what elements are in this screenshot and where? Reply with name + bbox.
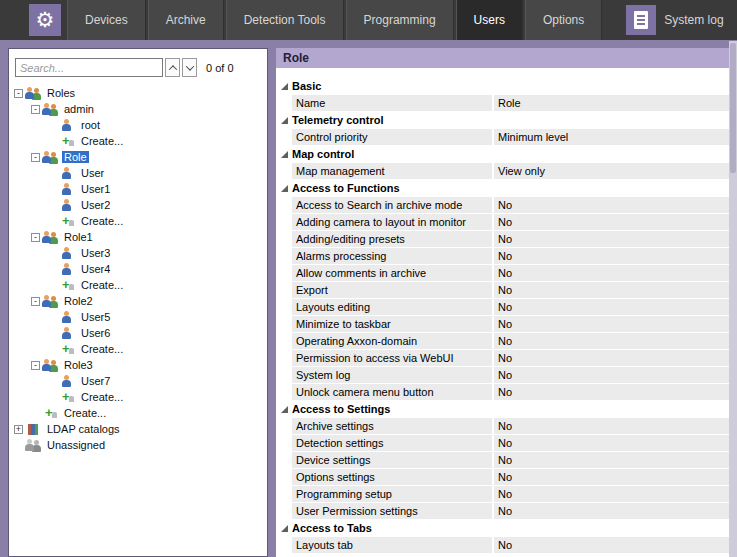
property-row-access-to-search-in-archive-mode: Access to Search in archive mode No (276, 197, 729, 213)
expand-triangle-icon (281, 83, 288, 90)
section-map-control[interactable]: Map control (276, 146, 729, 162)
create-icon (60, 215, 75, 228)
tab-detection-tools[interactable]: Detection Tools (226, 0, 344, 40)
search-next-button[interactable] (182, 58, 197, 77)
person-icon (60, 327, 75, 340)
tree-item-user1[interactable]: User1 (9, 181, 267, 197)
catalog-icon (26, 423, 41, 436)
tree-item-role[interactable]: - Role (9, 149, 267, 165)
property-value[interactable]: Role (494, 95, 729, 111)
property-label: Minimize to taskbar (292, 316, 492, 332)
section-access-to-functions[interactable]: Access to Functions (276, 180, 729, 196)
property-value[interactable]: Minimum level (494, 129, 729, 145)
create-icon (60, 343, 75, 356)
tree-item-create[interactable]: Create... (9, 277, 267, 293)
property-label: Name (292, 95, 492, 111)
property-label: Unlock camera menu button (292, 384, 492, 400)
tree-item-unassigned[interactable]: Unassigned (9, 437, 267, 453)
property-value[interactable]: No (494, 486, 729, 502)
tree-item-create[interactable]: Create... (9, 405, 267, 421)
person-icon (60, 167, 75, 180)
people-icon (43, 151, 58, 164)
tree-expander-icon[interactable]: - (31, 233, 40, 242)
tree-item-user7[interactable]: User7 (9, 373, 267, 389)
section-telemetry-control[interactable]: Telemetry control (276, 112, 729, 128)
property-value[interactable]: No (494, 350, 729, 366)
property-value[interactable]: No (494, 418, 729, 434)
top-toolbar: ⚙ DevicesArchiveDetection ToolsProgrammi… (0, 0, 737, 40)
vertical-scrollbar[interactable] (729, 41, 737, 557)
tree-item-role2[interactable]: - Role2 (9, 293, 267, 309)
tree-expander-icon[interactable]: - (31, 361, 40, 370)
people-icon (43, 231, 58, 244)
tree-item-roles[interactable]: - Roles (9, 85, 267, 101)
property-value[interactable]: No (494, 316, 729, 332)
property-label: Export (292, 282, 492, 298)
tab-archive[interactable]: Archive (148, 0, 224, 40)
tree-item-root[interactable]: root (9, 117, 267, 133)
property-row-adding-editing-presets: Adding/editing presets No (276, 231, 729, 247)
property-value[interactable]: No (494, 384, 729, 400)
property-label: Device settings (292, 452, 492, 468)
property-label: Programming setup (292, 486, 492, 502)
property-value[interactable]: No (494, 333, 729, 349)
section-access-to-tabs[interactable]: Access to Tabs (276, 520, 729, 536)
expand-triangle-icon (281, 151, 288, 158)
tree-item-user3[interactable]: User3 (9, 245, 267, 261)
tree-item-user[interactable]: User (9, 165, 267, 181)
tree-item-create[interactable]: Create... (9, 389, 267, 405)
tree-item-ldap-catalogs[interactable]: + LDAP catalogs (9, 421, 267, 437)
property-value[interactable]: No (494, 503, 729, 519)
person-icon (60, 375, 75, 388)
tree-item-role1[interactable]: - Role1 (9, 229, 267, 245)
tree-item-user5[interactable]: User5 (9, 309, 267, 325)
property-label: Layouts tab (292, 537, 492, 553)
section-title: Access to Tabs (292, 520, 372, 536)
tab-devices[interactable]: Devices (67, 0, 146, 40)
property-label: Access to Search in archive mode (292, 197, 492, 213)
property-row-options-settings: Options settings No (276, 469, 729, 485)
tree-item-create[interactable]: Create... (9, 213, 267, 229)
tree-expander-icon[interactable]: - (14, 89, 23, 98)
property-value[interactable]: No (494, 282, 729, 298)
property-label: Adding camera to layout in monitor (292, 214, 492, 230)
tree-item-user6[interactable]: User6 (9, 325, 267, 341)
property-value[interactable]: No (494, 299, 729, 315)
tree-expander-icon[interactable]: + (14, 425, 23, 434)
section-access-to-settings[interactable]: Access to Settings (276, 401, 729, 417)
tab-users[interactable]: Users (456, 0, 523, 40)
property-value[interactable]: No (494, 214, 729, 230)
search-input[interactable] (15, 58, 163, 77)
tree-expander-icon[interactable]: - (31, 105, 40, 114)
search-prev-button[interactable] (165, 58, 180, 77)
person-icon (60, 199, 75, 212)
system-log-group[interactable]: System log (626, 5, 723, 35)
create-icon (60, 391, 75, 404)
tree-expander-icon[interactable]: - (31, 153, 40, 162)
tree-item-user2[interactable]: User2 (9, 197, 267, 213)
tree-item-create[interactable]: Create... (9, 341, 267, 357)
tree-item-admin[interactable]: - admin (9, 101, 267, 117)
tab-programming[interactable]: Programming (346, 0, 454, 40)
property-value[interactable]: No (494, 231, 729, 247)
property-row-detection-settings: Detection settings No (276, 435, 729, 451)
settings-button[interactable]: ⚙ (29, 4, 61, 36)
property-label: Detection settings (292, 435, 492, 451)
tree-expander-icon[interactable]: - (31, 297, 40, 306)
property-value[interactable]: No (494, 452, 729, 468)
create-icon (43, 407, 58, 420)
tree-item-role3[interactable]: - Role3 (9, 357, 267, 373)
property-value[interactable]: View only (494, 163, 729, 179)
tree-item-create[interactable]: Create... (9, 133, 267, 149)
property-value[interactable]: No (494, 469, 729, 485)
property-value[interactable]: No (494, 265, 729, 281)
property-value[interactable]: No (494, 248, 729, 264)
property-value[interactable]: No (494, 197, 729, 213)
tree-item-user4[interactable]: User4 (9, 261, 267, 277)
property-value[interactable]: No (494, 367, 729, 383)
property-value[interactable]: No (494, 435, 729, 451)
property-value[interactable]: No (494, 537, 729, 553)
scrollbar-thumb[interactable] (730, 43, 736, 173)
section-basic[interactable]: Basic (276, 78, 729, 94)
tab-options[interactable]: Options (525, 0, 602, 40)
